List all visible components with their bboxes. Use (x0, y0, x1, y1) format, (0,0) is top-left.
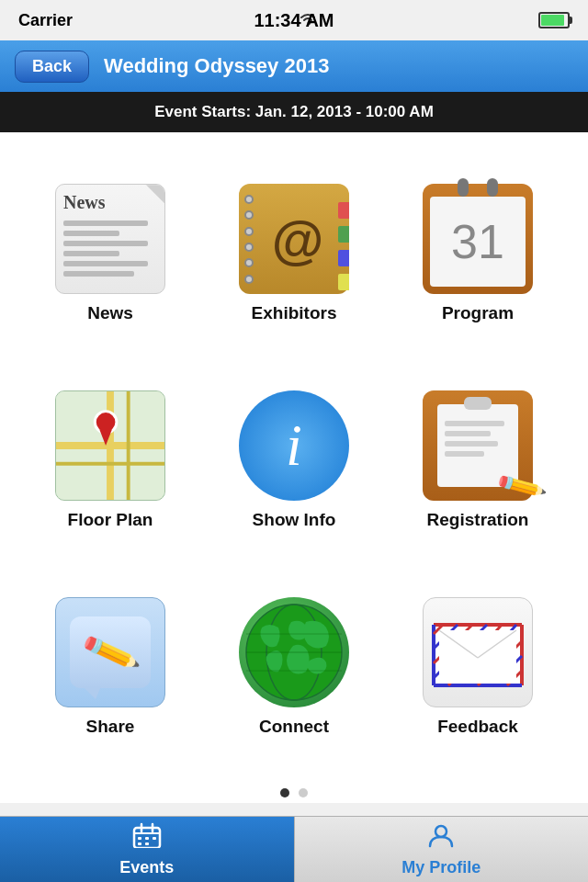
grid-item-floorplan[interactable]: Floor Plan (28, 390, 193, 530)
calendar-ring (487, 178, 498, 197)
myprofile-tab-icon (428, 822, 454, 854)
info-i-symbol: i (286, 412, 302, 480)
connect-icon (239, 597, 349, 707)
tab-events[interactable]: Events (0, 817, 295, 882)
clipboard-line (445, 431, 491, 436)
svg-rect-38 (145, 842, 149, 845)
grid-row-2: Floor Plan i Show Info ✏️ Registration (0, 390, 588, 530)
news-line (63, 231, 119, 236)
at-symbol: @ (272, 209, 324, 270)
speech-bubble: ✏️ (70, 616, 151, 688)
program-icon: 31 (423, 184, 533, 294)
feedback-icon (423, 597, 533, 707)
tab-strip-red (338, 202, 349, 219)
news-icon: News (55, 184, 165, 294)
grid-item-connect[interactable]: Connect (211, 597, 377, 737)
tab-bar: Events My Profile (0, 816, 588, 882)
exhibitors-icon: @ (239, 184, 349, 294)
tab-strip-yellow (338, 274, 349, 290)
main-content: News News (0, 132, 588, 779)
floorplan-icon (55, 390, 165, 501)
floorplan-label: Floor Plan (68, 510, 153, 530)
svg-rect-37 (138, 842, 141, 845)
battery-area (538, 12, 570, 28)
svg-rect-34 (138, 837, 141, 840)
dot-1 (280, 788, 289, 797)
news-title-text: News (63, 192, 106, 213)
showinfo-label: Show Info (253, 510, 336, 530)
grid-item-feedback[interactable]: Feedback (395, 597, 560, 737)
svg-rect-36 (153, 837, 156, 840)
clipboard-line (445, 451, 484, 457)
myprofile-tab-label: My Profile (401, 858, 481, 877)
registration-icon: ✏️ (423, 390, 533, 501)
map-svg (56, 390, 164, 501)
globe-svg (243, 602, 345, 703)
svg-point-39 (435, 826, 447, 837)
tab-strips (338, 202, 349, 290)
page-dots (0, 779, 588, 803)
svg-rect-35 (145, 837, 149, 840)
news-line (63, 241, 148, 246)
grid-row-1: News News (0, 184, 588, 323)
back-button[interactable]: Back (15, 51, 89, 83)
dot-2 (299, 788, 308, 797)
battery-fill (541, 15, 564, 26)
connect-label: Connect (259, 717, 329, 737)
pencil-share-icon: ✏️ (78, 621, 141, 684)
envelope-svg (432, 616, 524, 689)
showinfo-icon: i (239, 390, 349, 501)
grid-item-program[interactable]: 31 Program (395, 184, 560, 323)
program-label: Program (442, 303, 514, 323)
clipboard-top (464, 397, 492, 410)
tab-myprofile[interactable]: My Profile (295, 817, 589, 882)
time-label: 11:34 AM (254, 10, 334, 31)
news-line (63, 251, 119, 256)
clipboard-line (445, 441, 498, 447)
tab-strip-blue (338, 250, 349, 266)
tab-strip-green (338, 226, 349, 243)
calendar-body: 31 (430, 197, 526, 287)
event-banner-text: Event Starts: Jan. 12, 2013 - 10:00 AM (154, 103, 434, 121)
clipboard-line (445, 421, 504, 426)
share-icon: ✏️ (55, 597, 165, 707)
events-tab-icon (132, 822, 162, 854)
news-line (63, 271, 134, 277)
grid-item-news[interactable]: News News (28, 184, 193, 323)
share-label: Share (86, 717, 135, 737)
exhibitors-label: Exhibitors (252, 303, 337, 323)
grid-item-share[interactable]: ✏️ Share (28, 597, 193, 737)
events-tab-label: Events (119, 858, 174, 877)
news-top: News (63, 192, 157, 213)
spiral-lines (244, 184, 254, 294)
grid-item-registration[interactable]: ✏️ Registration (395, 390, 560, 530)
news-label: News (87, 303, 133, 323)
grid-row-3: ✏️ Share (0, 597, 588, 737)
nav-bar: Back Wedding Odyssey 2013 (0, 40, 588, 92)
status-bar: Carrier 11:34 AM (0, 0, 588, 40)
battery-icon (538, 12, 570, 28)
calendar-number: 31 (451, 214, 504, 269)
calendar-rings (458, 178, 498, 197)
news-lines (63, 220, 157, 277)
event-banner: Event Starts: Jan. 12, 2013 - 10:00 AM (0, 92, 588, 132)
carrier-label: Carrier (18, 11, 73, 30)
grid-item-showinfo[interactable]: i Show Info (211, 390, 377, 530)
calendar-ring (458, 178, 469, 197)
grid-item-exhibitors[interactable]: @ Exhibitors (211, 184, 377, 323)
nav-title: Wedding Odyssey 2013 (104, 54, 573, 78)
feedback-label: Feedback (437, 717, 518, 737)
news-line (63, 220, 148, 226)
news-line (63, 261, 148, 266)
